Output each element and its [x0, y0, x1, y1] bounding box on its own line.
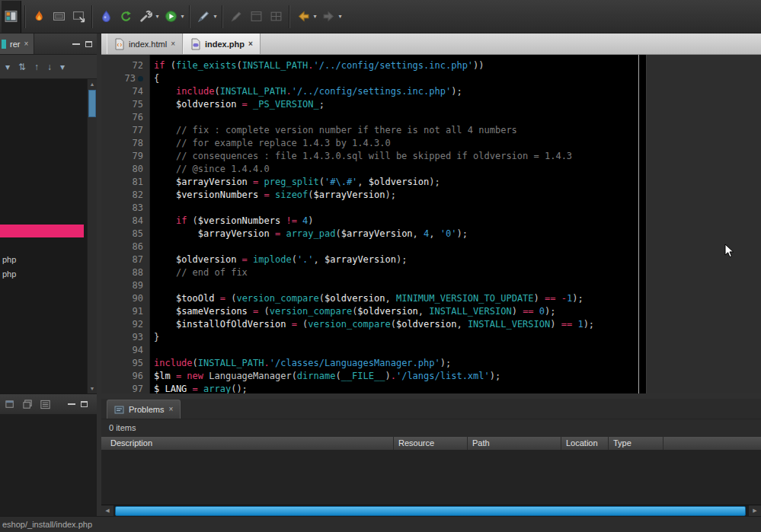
code-line[interactable]: if (file_exists(INSTALL_PATH.'/../config… — [150, 59, 646, 72]
code-line[interactable]: // @since 1.4.4.0 — [150, 163, 646, 176]
column-header-path[interactable]: Path — [468, 437, 561, 450]
code-line[interactable]: $tooOld = (version_compare($oldversion, … — [150, 292, 646, 305]
collapse-up-icon[interactable]: ↑ — [34, 62, 39, 72]
line-number[interactable]: 72 — [101, 59, 143, 72]
back-button[interactable] — [293, 7, 313, 27]
line-number[interactable]: 79 — [101, 150, 143, 163]
line-number[interactable]: 95 — [101, 357, 143, 370]
scrollbar-thumb[interactable] — [115, 506, 746, 516]
web-preview-button[interactable] — [69, 7, 88, 27]
dropdown-icon[interactable]: ▾ — [154, 13, 161, 20]
line-number[interactable]: 87 — [101, 253, 143, 266]
code-line[interactable]: // end of fix — [150, 266, 646, 279]
dropdown-icon[interactable]: ▾ — [179, 13, 186, 20]
close-icon[interactable]: × — [168, 406, 173, 413]
edit-button[interactable] — [226, 7, 246, 27]
scroll-up-icon[interactable]: ▲ — [88, 79, 97, 89]
tree-item[interactable]: php — [2, 268, 16, 281]
close-icon[interactable]: × — [24, 40, 28, 48]
panel-sash[interactable] — [101, 393, 761, 399]
code-line[interactable] — [150, 202, 646, 215]
line-number[interactable]: 81 — [101, 176, 143, 189]
line-number[interactable]: 86 — [101, 241, 143, 253]
close-icon[interactable]: × — [248, 40, 253, 48]
screenshot-button[interactable] — [49, 7, 69, 27]
code-line[interactable]: { — [150, 72, 646, 85]
code-editor[interactable]: 7273747576777879808182838485868788899091… — [101, 55, 761, 393]
tab-index-html[interactable]: index.html × — [107, 33, 183, 54]
windows-stack-icon[interactable] — [22, 399, 34, 410]
code-line[interactable]: } — [150, 331, 646, 344]
line-number[interactable]: 80 — [101, 163, 143, 176]
project-tree[interactable]: php php ▲ ▼ — [0, 79, 97, 393]
dropdown-icon[interactable]: ▾ — [212, 13, 219, 20]
code-lines[interactable]: if (file_exists(INSTALL_PATH.'/../config… — [150, 55, 646, 393]
line-number[interactable]: 74 — [101, 85, 143, 98]
scroll-right-icon[interactable]: ▶ — [749, 505, 761, 516]
code-line[interactable]: // fix : complete version number if ther… — [150, 124, 646, 137]
line-number[interactable]: 84 — [101, 215, 143, 228]
code-line[interactable] — [150, 241, 646, 253]
selected-tree-row[interactable] — [0, 225, 84, 237]
line-number[interactable]: 92 — [101, 318, 143, 331]
refresh-button[interactable] — [116, 7, 136, 27]
maximize-icon[interactable] — [85, 41, 92, 47]
tree-item[interactable]: php — [2, 253, 16, 266]
line-number[interactable]: 93 — [101, 331, 143, 344]
frame-view-button[interactable] — [246, 7, 266, 27]
window-icon[interactable] — [5, 399, 16, 410]
code-line[interactable]: $oldversion = _PS_VERSION_; — [150, 98, 646, 111]
code-line[interactable]: $oldversion = implode('.', $arrayVersion… — [150, 253, 646, 266]
tab-index-php[interactable]: index.php × — [183, 33, 261, 54]
problems-table-body[interactable] — [101, 450, 761, 505]
line-number[interactable]: 78 — [101, 137, 143, 150]
code-line[interactable] — [150, 279, 646, 292]
code-line[interactable]: $arrayVersion = array_pad($arrayVersion,… — [150, 228, 646, 241]
sort-icon[interactable]: ⇅ — [18, 62, 26, 72]
run-button[interactable] — [161, 7, 181, 27]
view-menu-icon[interactable]: ▾ — [60, 62, 65, 72]
code-line[interactable] — [150, 344, 646, 357]
column-header-type[interactable]: Type — [609, 437, 663, 450]
code-line[interactable]: // for example replace 1.4.3 by 1.4.3.0 — [150, 137, 646, 150]
dropdown-icon[interactable]: ▾ — [312, 13, 318, 20]
maximize-icon[interactable] — [81, 401, 88, 407]
line-number[interactable]: 73 — [101, 72, 143, 85]
external-tools-button[interactable] — [136, 7, 155, 27]
line-number[interactable]: 75 — [101, 98, 143, 111]
collapse-down-icon[interactable]: ↓ — [47, 62, 52, 72]
column-header-location[interactable]: Location — [561, 437, 609, 450]
code-line[interactable] — [150, 111, 646, 124]
scroll-left-icon[interactable]: ◀ — [101, 505, 114, 516]
code-line[interactable]: include(INSTALL_PATH.'/classes/Languages… — [150, 357, 646, 370]
table-view-button[interactable] — [266, 7, 286, 27]
line-number-gutter[interactable]: 7273747576777879808182838485868788899091… — [101, 55, 150, 393]
scroll-down-icon[interactable]: ▼ — [88, 384, 97, 393]
line-number[interactable]: 83 — [101, 202, 143, 215]
line-number[interactable]: 90 — [101, 292, 143, 305]
close-icon[interactable]: × — [171, 40, 175, 48]
code-line[interactable]: $versionNumbers = sizeof($arrayVersion); — [150, 189, 646, 202]
debug-button[interactable] — [96, 7, 116, 27]
new-wizard-button[interactable] — [29, 7, 49, 27]
code-line[interactable]: $sameVersions = (version_compare($oldver… — [150, 305, 646, 318]
view-tab-php-explorer[interactable]: rer × — [0, 33, 34, 54]
column-header-description[interactable]: Description — [101, 437, 394, 450]
perspective-switcher-button[interactable] — [2, 1, 21, 33]
code-line[interactable]: $installOfOldVersion = (version_compare(… — [150, 318, 646, 331]
code-line[interactable]: $arrayVersion = preg_split('#\.#', $oldv… — [150, 176, 646, 189]
line-number[interactable]: 89 — [101, 279, 143, 292]
line-number[interactable]: 85 — [101, 228, 143, 241]
line-number[interactable]: 82 — [101, 189, 143, 202]
line-number[interactable]: 94 — [101, 344, 143, 357]
minimize-icon[interactable] — [68, 403, 75, 405]
style-brush-button[interactable] — [193, 7, 213, 27]
horizontal-scrollbar[interactable]: ◀ ▶ — [101, 505, 761, 516]
minimize-icon[interactable] — [72, 43, 80, 45]
line-number[interactable]: 76 — [101, 111, 143, 124]
code-line[interactable]: if ($versionNumbers != 4) — [150, 215, 646, 228]
line-number[interactable]: 97 — [101, 383, 143, 393]
line-number[interactable]: 88 — [101, 266, 143, 279]
scrollbar-thumb[interactable] — [88, 90, 96, 117]
code-line[interactable]: include(INSTALL_PATH.'/../config/setting… — [150, 85, 646, 98]
